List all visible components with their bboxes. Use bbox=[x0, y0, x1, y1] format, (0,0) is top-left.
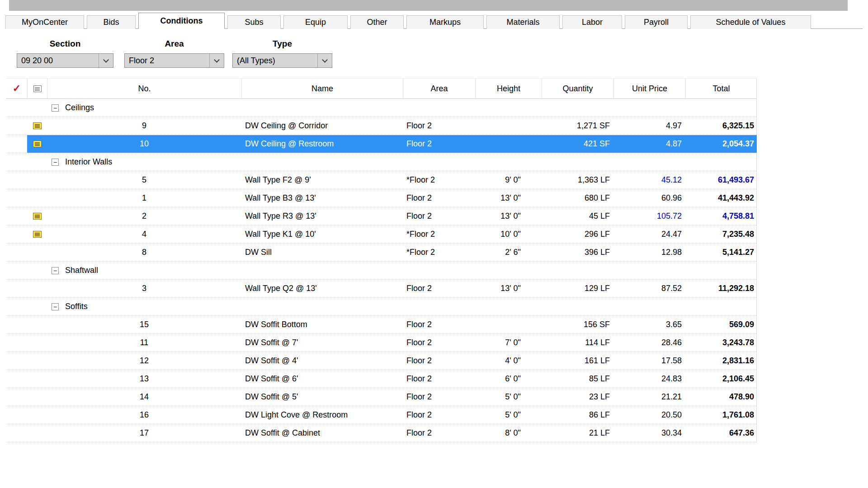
condition-row-11[interactable]: 11DW Soffit @ 7'Floor 27' 0"114 LF28.463… bbox=[6, 334, 756, 352]
group-row-soffits[interactable]: −Soffits bbox=[6, 298, 756, 316]
cell-height: 13' 0" bbox=[475, 207, 542, 225]
tab-materials[interactable]: Materials bbox=[486, 15, 560, 29]
cell-height: 2' 6" bbox=[475, 244, 542, 261]
row-icon-cell bbox=[27, 244, 47, 261]
condition-row-5[interactable]: 5Wall Type F2 @ 9'*Floor 29' 0"1,363 LF4… bbox=[6, 171, 756, 189]
checkmark-icon: ✓ bbox=[13, 83, 21, 94]
row-check-cell bbox=[6, 244, 27, 261]
condition-row-17[interactable]: 17DW Soffit @ CabinetFloor 28' 0"21 LF30… bbox=[6, 424, 756, 442]
header-no[interactable]: No. bbox=[47, 79, 241, 99]
condition-row-12[interactable]: 12DW Soffit @ 4'Floor 24' 0"161 LF17.582… bbox=[6, 352, 756, 370]
tab-bids[interactable]: Bids bbox=[87, 15, 136, 29]
note-icon[interactable] bbox=[33, 141, 42, 147]
header-height[interactable]: Height bbox=[475, 79, 542, 99]
tab-labor[interactable]: Labor bbox=[562, 15, 622, 29]
cell-no: 11 bbox=[47, 334, 241, 352]
row-icon-cell bbox=[27, 153, 47, 171]
row-icon-cell bbox=[27, 189, 47, 207]
condition-row-9[interactable]: 9DW Ceiling @ CorridorFloor 21,271 SF4.9… bbox=[6, 117, 756, 135]
row-icon-cell bbox=[27, 135, 47, 153]
filter-section: Section 09 20 00 bbox=[17, 39, 113, 68]
tab-conditions[interactable]: Conditions bbox=[138, 13, 225, 29]
condition-row-10[interactable]: 10DW Ceiling @ RestroomFloor 2421 SF4.87… bbox=[6, 135, 756, 153]
group-row-shaftwall[interactable]: −Shaftwall bbox=[6, 262, 756, 280]
cell-total: 2,831.16 bbox=[685, 352, 757, 370]
chevron-down-icon[interactable] bbox=[209, 54, 224, 67]
cell-height: 5' 0" bbox=[475, 406, 542, 424]
cell-name: Wall Type R3 @ 13' bbox=[241, 207, 403, 225]
filter-area-label: Area bbox=[124, 39, 224, 50]
condition-row-3[interactable]: 3Wall Type Q2 @ 13'Floor 213' 0"129 LF87… bbox=[6, 280, 756, 298]
condition-row-15[interactable]: 15DW Soffit BottomFloor 2156 SF3.65569.0… bbox=[6, 316, 756, 334]
row-check-cell bbox=[6, 262, 27, 279]
collapse-toggle-icon[interactable]: − bbox=[52, 267, 59, 274]
header-quantity[interactable]: Quantity bbox=[542, 79, 613, 99]
chevron-down-icon[interactable] bbox=[317, 54, 332, 67]
header-name[interactable]: Name bbox=[241, 79, 403, 99]
row-check-cell bbox=[6, 298, 27, 315]
group-row-ceilings[interactable]: −Ceilings bbox=[6, 99, 756, 117]
row-check-cell bbox=[6, 334, 27, 352]
cell-quantity: 129 LF bbox=[542, 280, 613, 297]
conditions-grid: ✓ No. Name Area Height Quantity Unit Pri… bbox=[6, 78, 757, 442]
cell-area: Floor 2 bbox=[403, 316, 475, 333]
cell-unit-price: 20.50 bbox=[613, 406, 685, 424]
tab-myoncenter[interactable]: MyOnCenter bbox=[5, 15, 84, 29]
header-total[interactable]: Total bbox=[685, 79, 757, 99]
tab-subs[interactable]: Subs bbox=[227, 15, 281, 29]
filter-type: Type (All Types) bbox=[232, 39, 332, 68]
row-icon-cell bbox=[27, 171, 47, 189]
condition-row-8[interactable]: 8DW Sill*Floor 22' 6"396 LF12.985,141.27 bbox=[6, 244, 756, 262]
tab-schedule-of-values[interactable]: Schedule of Values bbox=[690, 15, 811, 29]
tab-payroll[interactable]: Payroll bbox=[625, 15, 688, 29]
row-check-cell bbox=[6, 352, 27, 370]
note-icon[interactable] bbox=[33, 231, 42, 238]
header-unit-price[interactable]: Unit Price bbox=[613, 79, 685, 99]
cell-no: 4 bbox=[47, 225, 241, 243]
condition-row-4[interactable]: 4Wall Type K1 @ 10'*Floor 210' 0"296 LF2… bbox=[6, 225, 756, 244]
type-dropdown[interactable]: (All Types) bbox=[232, 53, 332, 68]
header-note-icon[interactable] bbox=[27, 79, 47, 99]
section-dropdown[interactable]: 09 20 00 bbox=[17, 53, 113, 68]
condition-row-16[interactable]: 16DW Light Cove @ RestroomFloor 25' 0"86… bbox=[6, 406, 756, 424]
note-icon[interactable] bbox=[33, 213, 42, 220]
cell-unit-price: 17.58 bbox=[613, 352, 685, 370]
cell-total: 2,054.37 bbox=[685, 135, 757, 153]
cell-height: 6' 0" bbox=[475, 370, 542, 388]
tab-equip[interactable]: Equip bbox=[283, 15, 348, 29]
header-area[interactable]: Area bbox=[403, 79, 475, 99]
cell-height: 8' 0" bbox=[475, 424, 542, 442]
row-check-cell bbox=[6, 424, 27, 442]
cell-area: Floor 2 bbox=[403, 370, 475, 388]
group-row-interior-walls[interactable]: −Interior Walls bbox=[6, 153, 756, 171]
cell-quantity: 45 LF bbox=[542, 207, 613, 225]
cell-name: DW Soffit @ 5' bbox=[241, 388, 403, 406]
row-check-cell bbox=[6, 171, 27, 189]
cell-total: 6,325.15 bbox=[685, 117, 757, 135]
condition-row-2[interactable]: 2Wall Type R3 @ 13'Floor 213' 0"45 LF105… bbox=[6, 207, 756, 225]
condition-row-1[interactable]: 1Wall Type B3 @ 13'Floor 213' 0"680 LF60… bbox=[6, 189, 756, 207]
row-check-cell bbox=[6, 225, 27, 243]
cell-no: 8 bbox=[47, 244, 241, 261]
collapse-toggle-icon[interactable]: − bbox=[52, 303, 59, 310]
row-icon-cell bbox=[27, 262, 47, 279]
condition-row-13[interactable]: 13DW Soffit @ 6'Floor 26' 0"85 LF24.832,… bbox=[6, 370, 756, 388]
cell-quantity: 23 LF bbox=[542, 388, 613, 406]
condition-row-14[interactable]: 14DW Soffit @ 5'Floor 25' 0"23 LF21.2147… bbox=[6, 388, 756, 406]
row-icon-cell bbox=[27, 316, 47, 333]
note-icon[interactable] bbox=[33, 122, 42, 129]
cell-no: 2 bbox=[47, 207, 241, 225]
cell-unit-price: 21.21 bbox=[613, 388, 685, 406]
area-dropdown[interactable]: Floor 2 bbox=[124, 53, 224, 68]
cell-area: Floor 2 bbox=[403, 388, 475, 406]
chevron-down-icon[interactable] bbox=[99, 54, 113, 67]
row-icon-cell bbox=[27, 352, 47, 370]
cell-quantity: 296 LF bbox=[542, 225, 613, 243]
tab-markups[interactable]: Markups bbox=[406, 15, 484, 29]
cell-area: Floor 2 bbox=[403, 135, 475, 153]
collapse-toggle-icon[interactable]: − bbox=[52, 104, 59, 112]
header-check-icon[interactable]: ✓ bbox=[6, 79, 27, 99]
collapse-toggle-icon[interactable]: − bbox=[52, 159, 59, 166]
tab-other[interactable]: Other bbox=[350, 15, 404, 29]
cell-unit-price: 30.34 bbox=[613, 424, 685, 442]
